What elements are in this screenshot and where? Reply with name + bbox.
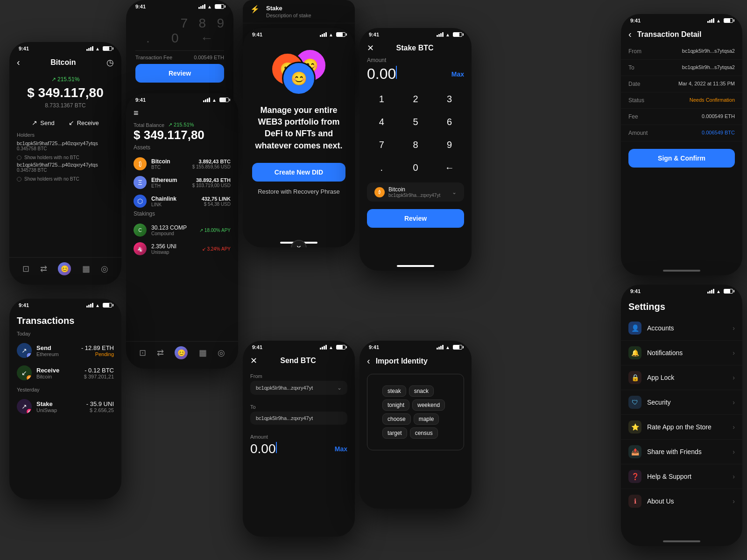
review-button-calc[interactable]: Review	[135, 64, 224, 83]
tx-to-row: To bc1qpk5lr9h...s7ytqsa2	[621, 60, 742, 76]
settings-notifications[interactable]: 🔔 Notifications ›	[621, 341, 742, 365]
home-indicator-stake	[397, 265, 434, 267]
nav-nft-icon[interactable]: ▦	[82, 264, 90, 274]
stake-info: Stake Description of stake	[266, 5, 311, 18]
tx-detail-header: ‹ Transaction Detail	[621, 25, 742, 43]
restore-link[interactable]: Restore with Recovery Phrase	[258, 188, 340, 195]
time-bitcoin: 9:41	[19, 46, 29, 51]
txdetail-back-button[interactable]: ‹	[628, 29, 632, 40]
close-overlay-button[interactable]: ×	[291, 240, 307, 247]
send-max-button[interactable]: Max	[335, 445, 347, 453]
stake-amount-label: Amount	[359, 57, 472, 63]
tx-coin-recv-btc: Bitcoin	[36, 374, 84, 379]
status-icons-calc: ▲	[198, 4, 224, 9]
status-bar-settings: 9:41 ▲	[621, 285, 742, 296]
stake-max-button[interactable]: Max	[451, 70, 464, 78]
btc-icon-sm: ₿	[374, 187, 385, 197]
to-addr: bc1qpk5lr9ha...zqxry47yt	[256, 415, 313, 421]
numpad-1[interactable]: 1	[367, 90, 396, 108]
nav-wallet-icon[interactable]: ⊡	[22, 264, 29, 274]
numpad-0[interactable]: 0	[401, 159, 430, 177]
settings-help[interactable]: ❓ Help & Support ›	[621, 464, 742, 489]
send-icon: ↗	[32, 119, 37, 126]
from-row[interactable]: bc1qpk5lr9ha...zqxry47yt ⌄	[250, 381, 347, 395]
history-icon[interactable]: ◷	[106, 57, 114, 68]
today-label: Today	[9, 328, 121, 339]
seed-word-target: target	[382, 427, 407, 439]
security-chevron-icon: ›	[733, 399, 735, 406]
send-button[interactable]: ↗ Send	[32, 119, 54, 126]
sign-confirm-button[interactable]: Sign & Confirm	[628, 149, 735, 168]
status-icons-tx: ▲	[86, 303, 112, 308]
send-amount-section: Amount 0.00 Max	[243, 430, 355, 460]
settings-about[interactable]: ℹ About Us ›	[621, 489, 742, 513]
numpad-3[interactable]: 3	[435, 90, 464, 108]
numpad-2[interactable]: 2	[401, 90, 430, 108]
tx-fee-label: Transaction Fee	[135, 55, 172, 60]
from-label-detail: From	[628, 48, 641, 55]
fee-val-detail: 0.000549 ETH	[702, 113, 735, 119]
numpad-dot[interactable]: .	[367, 159, 396, 177]
send-amount-val: 0.00	[250, 441, 277, 456]
settings-rate[interactable]: ⭐ Rate App on the Store ›	[621, 415, 742, 440]
radio-2	[17, 177, 21, 182]
help-chevron-icon: ›	[733, 473, 735, 480]
stake-close-button[interactable]: ✕	[367, 43, 374, 53]
status-bar-onboard: 9:41 ▲	[243, 28, 355, 39]
numpad-4[interactable]: 4	[367, 113, 396, 131]
holder1-btc: 0.345758 BTC	[17, 146, 114, 151]
settings-title: Settings	[621, 296, 742, 316]
tx-status-row: Status Needs Confirmation	[621, 92, 742, 109]
holder1-toggle[interactable]: Show holders with no BTC	[17, 155, 114, 160]
holder2-address: bc1qpk5lr9haf725...p40zqxry47ytqs	[17, 162, 114, 168]
back-button[interactable]: ‹	[17, 57, 20, 68]
date-label-detail: Date	[628, 81, 640, 87]
hamburger-icon[interactable]: ≡	[134, 108, 139, 118]
notifications-icon: 🔔	[628, 346, 641, 359]
numpad-8[interactable]: 8	[401, 136, 430, 154]
send-close-button[interactable]: ✕	[250, 356, 257, 366]
settings-accounts[interactable]: 👤 Accounts ›	[621, 316, 742, 341]
nav-swap-icon-2[interactable]: ⇄	[157, 348, 164, 358]
tx-fee: Transaction Fee 0.00549 ETH	[135, 50, 224, 64]
receive-button[interactable]: ↙ Receive	[69, 119, 99, 126]
notifications-label: Notifications	[647, 349, 733, 357]
asset-sel-name: Bitcoin	[388, 186, 440, 193]
review-button-stake[interactable]: Review	[367, 209, 464, 228]
nav-swap-icon[interactable]: ⇄	[40, 264, 47, 274]
nav-settings-icon-2[interactable]: ◎	[218, 348, 225, 358]
nav-settings-icon[interactable]: ◎	[101, 264, 108, 274]
nav-avatar[interactable]: 😊	[58, 262, 71, 275]
numpad-5[interactable]: 5	[401, 113, 430, 131]
security-icon: 🛡	[628, 396, 641, 409]
nav-wallet-icon-2[interactable]: ⊡	[139, 348, 146, 358]
create-did-button[interactable]: Create New DID	[252, 163, 345, 182]
bottom-nav-wallet: ⊡ ⇄ 😊 ▦ ◎	[126, 341, 238, 369]
nav-avatar-2[interactable]: 😊	[175, 346, 188, 359]
seed-phrase-area[interactable]: steak snack tonight weekend choose maple…	[367, 374, 464, 450]
time-tx: 9:41	[19, 302, 29, 308]
numpad-6[interactable]: 6	[435, 113, 464, 131]
holder2-toggle[interactable]: Show holders with no BTC	[17, 176, 114, 182]
import-back-button[interactable]: ‹	[367, 356, 370, 366]
status-bar-tx: 9:41 ▲	[9, 299, 121, 310]
recv-btc-amount-usd: $ 397.201,21	[84, 374, 114, 379]
settings-applock[interactable]: 🔒 App Lock ›	[621, 365, 742, 390]
rate-icon: ⭐	[628, 420, 641, 434]
seed-word-choose: choose	[382, 413, 411, 425]
circle-blue: 😊	[282, 62, 316, 95]
numpad-9[interactable]: 9	[435, 136, 464, 154]
wallet-header: ≡	[126, 105, 238, 122]
holder-item-2: bc1qpk5lr9haf725...p40zqxry47ytqs 0.3457…	[17, 162, 114, 173]
nav-nft-icon-2[interactable]: ▦	[199, 348, 207, 358]
asset-selector[interactable]: ₿ Bitcoin bc1qpk5lr9ha...zqxry47yt ⌄	[367, 182, 464, 202]
wifi-txdetail: ▲	[716, 18, 721, 23]
status-val-detail: Needs Confirmation	[690, 97, 735, 103]
numpad-back[interactable]: ←	[435, 159, 464, 177]
settings-share[interactable]: 📤 Share with Friends ›	[621, 440, 742, 464]
send-amount-label: Amount	[250, 434, 347, 440]
to-row[interactable]: bc1qpk5lr9ha...zqxry47yt	[250, 412, 347, 425]
numpad-7[interactable]: 7	[367, 136, 396, 154]
settings-security[interactable]: 🛡 Security ›	[621, 390, 742, 415]
stake-item[interactable]: ⚡ Stake Description of stake	[243, 0, 355, 23]
